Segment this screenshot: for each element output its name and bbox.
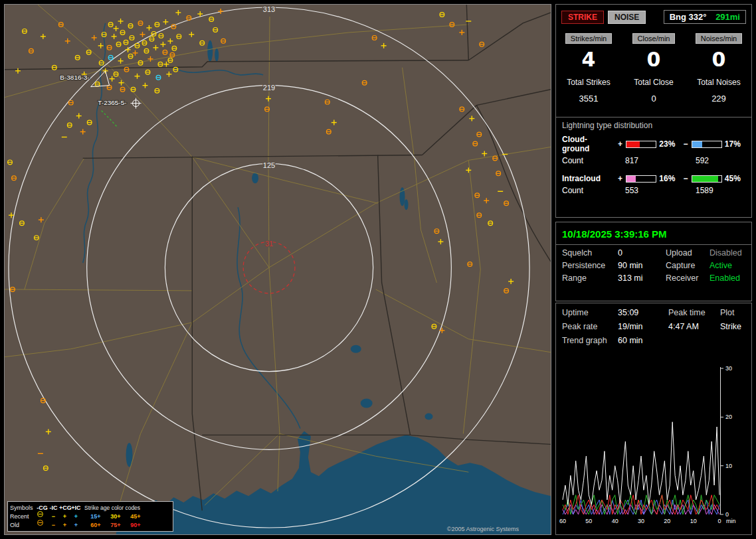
bearing-value: Bng 332°: [670, 12, 707, 22]
ic-plus-count: 553: [625, 186, 696, 195]
svg-text:50: 50: [585, 518, 592, 524]
info-row: Uptime 35:09 Peak time Plot: [556, 303, 751, 317]
legend-age-header: Strike age color codes: [84, 504, 140, 511]
svg-text:T-2365-5-: T-2365-5-: [98, 99, 126, 106]
noises-per-min-value: 0: [686, 48, 751, 71]
total-strikes-value: 3551: [556, 94, 621, 104]
trend-graph-label: Trend graph: [562, 336, 618, 345]
svg-text:10: 10: [725, 463, 732, 469]
total-noises-value: 229: [686, 94, 751, 104]
map-legend: Symbols -CG -IC +CG +IC Strike age color…: [7, 501, 173, 532]
age-code-60: 60+: [87, 522, 104, 528]
bearing-display: Bng 332° 291mi: [664, 10, 746, 24]
ic-plus-pct: 16%: [659, 174, 680, 183]
plus-icon: +: [70, 513, 82, 520]
svg-text:20: 20: [725, 414, 732, 420]
strike-mode-button[interactable]: STRIKE: [561, 11, 604, 24]
plus-icon: +: [59, 522, 70, 528]
settings-row: Squelch 0 Upload Disabled: [556, 245, 751, 258]
total-close-label: Total Close: [621, 78, 686, 87]
total-strikes-label: Total Strikes: [556, 78, 621, 87]
trend-graph: 30201006050403020100min: [559, 363, 749, 532]
settings-row: Persistence 90 min Capture Active: [556, 258, 751, 270]
ic-minus-pct: 45%: [725, 174, 745, 183]
trend-panel: Uptime 35:09 Peak time Plot Peak rate 19…: [555, 303, 752, 535]
minus-sign: −: [683, 174, 689, 183]
svg-text:219: 219: [263, 84, 275, 92]
noise-mode-button[interactable]: NOISE: [608, 11, 646, 24]
receiver-status: Enabled: [709, 273, 745, 283]
close-per-min-chip[interactable]: Close/min: [632, 33, 676, 44]
ic-minus-count: 1589: [696, 186, 713, 195]
minus-sign: −: [683, 139, 689, 149]
trend-row: Trend graph 60 min: [556, 331, 751, 345]
age-code-75: 75+: [107, 522, 124, 528]
range-label: Range: [562, 273, 618, 283]
svg-text:30: 30: [725, 365, 732, 372]
cg-minus-count: 592: [696, 156, 709, 165]
datetime-display: 10/18/2025 3:39:16 PM: [556, 222, 751, 244]
uptime-value: 35:09: [618, 308, 668, 317]
lightning-map[interactable]: 31321912531 B-3816-3-T-2365-5- Symbols -…: [4, 4, 551, 535]
plot-value: Strike: [720, 322, 745, 331]
close-per-min-value: 0: [621, 48, 686, 71]
intracloud-label: Intracloud: [562, 174, 614, 183]
age-code-15: 15+: [87, 513, 104, 520]
minus-icon: −: [48, 522, 59, 528]
count-label: Count: [562, 186, 625, 195]
svg-text:min: min: [726, 518, 736, 524]
plus-sign: +: [617, 139, 623, 149]
svg-text:60: 60: [559, 518, 566, 524]
plus-icon: +: [59, 513, 70, 520]
distribution-title: Lightning type distribution: [556, 117, 751, 131]
cg-plus-bar: [626, 141, 656, 148]
svg-text:40: 40: [612, 518, 618, 524]
upload-status: Disabled: [709, 248, 745, 258]
peak-time-label: Peak time: [668, 308, 720, 317]
legend-recent-label: Recent: [10, 513, 37, 520]
legend-old-label: Old: [10, 522, 37, 528]
svg-text:313: 313: [263, 5, 275, 13]
count-label: Count: [562, 156, 625, 165]
uptime-label: Uptime: [562, 308, 618, 317]
status-panel: 10/18/2025 3:39:16 PM Squelch 0 Upload D…: [555, 222, 752, 301]
legend-col-neg-cg: -CG: [37, 504, 48, 511]
legend-col-pos-cg: +CG: [59, 504, 70, 511]
total-noises-label: Total Noises: [686, 78, 751, 87]
strike-stats-panel: STRIKE NOISE Bng 332° 291mi Strikes/min …: [555, 4, 752, 218]
svg-text:125: 125: [263, 161, 275, 169]
cloud-ground-row: Cloud-ground + 23% − 17%: [556, 131, 751, 153]
age-code-30: 30+: [107, 513, 124, 520]
cg-plus-pct: 23%: [659, 139, 680, 149]
legend-col-neg-ic: -IC: [48, 504, 59, 511]
svg-text:0: 0: [717, 518, 721, 524]
peak-rate-value: 19/min: [618, 322, 668, 331]
upload-label: Upload: [666, 248, 709, 258]
svg-text:10: 10: [690, 518, 697, 524]
svg-text:20: 20: [664, 518, 670, 524]
settings-row: Range 313 mi Receiver Enabled: [556, 270, 751, 283]
minus-icon: −: [48, 513, 59, 520]
age-code-90: 90+: [127, 522, 144, 528]
noises-per-min-chip[interactable]: Noises/min: [696, 33, 742, 44]
capture-label: Capture: [666, 261, 709, 270]
plus-icon: +: [70, 522, 82, 528]
range-value: 313 mi: [618, 273, 666, 283]
plot-label: Plot: [720, 308, 745, 317]
svg-text:B-3816-3-: B-3816-3-: [60, 74, 89, 81]
strikes-per-min-chip[interactable]: Strikes/min: [565, 33, 612, 44]
intracloud-row: Intracloud + 16% − 45%: [556, 171, 751, 183]
legend-symbols-label: Symbols: [10, 504, 37, 511]
intracloud-count-row: Count 553 1589: [556, 183, 751, 195]
peak-rate-label: Peak rate: [562, 322, 618, 331]
persistence-value: 90 min: [618, 261, 666, 270]
svg-text:30: 30: [638, 518, 644, 524]
cg-minus-bar: [692, 141, 722, 148]
svg-text:0: 0: [725, 511, 729, 518]
cg-plus-count: 817: [625, 156, 696, 165]
persistence-label: Persistence: [562, 261, 618, 270]
svg-text:31: 31: [265, 240, 273, 248]
squelch-value: 0: [618, 248, 666, 258]
strikes-per-min-value: 4: [556, 48, 621, 71]
cg-minus-pct: 17%: [725, 139, 745, 149]
